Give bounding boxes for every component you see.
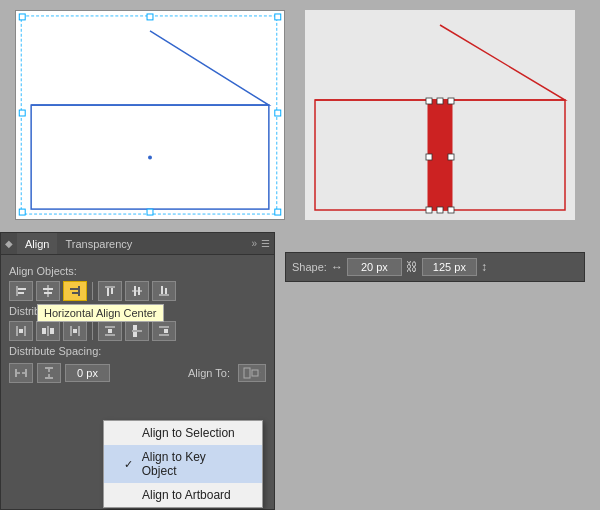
svg-rect-21 xyxy=(16,286,18,296)
dropdown-menu: Align to Selection ✓ Align to Key Object… xyxy=(103,420,263,508)
align-to-label: Align To: xyxy=(188,367,230,379)
svg-rect-5 xyxy=(19,110,25,116)
svg-rect-8 xyxy=(147,209,153,215)
dist-top-btn[interactable] xyxy=(98,321,122,341)
svg-rect-34 xyxy=(134,286,136,296)
svg-rect-20 xyxy=(448,207,454,213)
align-objects-row1: Horizontal Align Center xyxy=(9,281,266,301)
canvas-right xyxy=(305,10,575,220)
svg-rect-55 xyxy=(159,334,169,336)
svg-rect-24 xyxy=(47,285,49,297)
svg-rect-4 xyxy=(275,14,281,20)
svg-rect-38 xyxy=(165,288,167,294)
shape-label: Shape: xyxy=(292,261,327,273)
tab-align[interactable]: Align xyxy=(17,233,57,254)
svg-rect-39 xyxy=(16,326,18,336)
svg-rect-45 xyxy=(70,326,72,336)
shape-width-input[interactable] xyxy=(347,258,402,276)
svg-rect-31 xyxy=(107,288,109,296)
width-icon: ↔ xyxy=(331,260,343,274)
svg-rect-2 xyxy=(19,14,25,20)
svg-rect-3 xyxy=(147,14,153,20)
svg-rect-25 xyxy=(43,288,53,290)
align-bottom-btn[interactable] xyxy=(152,281,176,301)
align-to-btn[interactable]: ▼ xyxy=(238,364,266,382)
svg-rect-30 xyxy=(105,286,115,288)
align-right-btn[interactable] xyxy=(63,281,87,301)
svg-rect-62 xyxy=(45,377,53,379)
panel-body: Align Objects: Horizontal Align Center xyxy=(1,255,274,389)
svg-rect-48 xyxy=(105,326,115,328)
constrain-icon[interactable]: ↕ xyxy=(481,260,487,274)
distribute-objects-row xyxy=(9,321,266,341)
svg-rect-58 xyxy=(25,369,27,377)
svg-rect-47 xyxy=(73,329,77,333)
svg-rect-46 xyxy=(78,326,80,336)
dropdown-item-selection[interactable]: Align to Selection xyxy=(104,421,262,445)
panel-tab-icon: ◆ xyxy=(5,238,13,249)
svg-rect-54 xyxy=(159,326,169,328)
spacing-input[interactable] xyxy=(65,364,110,382)
link-icon[interactable]: ⛓ xyxy=(406,260,418,274)
dist-center-v-btn[interactable] xyxy=(125,321,149,341)
dropdown-item-artboard[interactable]: Align to Artboard xyxy=(104,483,262,507)
align-left-btn[interactable] xyxy=(9,281,33,301)
svg-point-10 xyxy=(148,156,152,160)
svg-rect-50 xyxy=(108,329,112,333)
align-top-btn[interactable] xyxy=(98,281,122,301)
expand-icon[interactable]: » xyxy=(251,238,257,249)
svg-rect-0 xyxy=(21,16,277,214)
svg-rect-53 xyxy=(133,332,137,337)
distribute-spacing-row: Align To: ▼ xyxy=(9,363,266,383)
svg-rect-32 xyxy=(111,288,113,294)
svg-rect-57 xyxy=(15,369,17,377)
svg-rect-28 xyxy=(70,288,78,290)
svg-rect-19 xyxy=(437,207,443,213)
align-center-v-btn[interactable] xyxy=(125,281,149,301)
dist-space-v-btn[interactable] xyxy=(37,363,61,383)
panel-tabs: ◆ Align Transparency » ☰ xyxy=(1,233,274,255)
divider1 xyxy=(92,282,93,300)
svg-rect-56 xyxy=(164,329,168,333)
dist-right-btn[interactable] xyxy=(63,321,87,341)
dist-bottom-btn[interactable] xyxy=(152,321,176,341)
svg-rect-61 xyxy=(45,367,53,369)
dist-center-h-btn[interactable] xyxy=(36,321,60,341)
svg-rect-40 xyxy=(24,326,26,336)
panel-tab-controls: » ☰ xyxy=(251,238,270,249)
svg-rect-14 xyxy=(437,98,443,104)
svg-rect-26 xyxy=(44,292,52,294)
svg-rect-42 xyxy=(47,326,49,336)
align-center-h-btn[interactable]: Horizontal Align Center xyxy=(36,281,60,301)
svg-rect-44 xyxy=(50,328,54,334)
dist-left-btn[interactable] xyxy=(9,321,33,341)
menu-icon[interactable]: ☰ xyxy=(261,238,270,249)
distribute-spacing-label: Distribute Spacing: xyxy=(9,345,266,357)
svg-rect-29 xyxy=(72,292,78,294)
svg-rect-13 xyxy=(426,98,432,104)
svg-rect-7 xyxy=(19,209,25,215)
svg-rect-36 xyxy=(159,294,169,296)
svg-rect-22 xyxy=(18,288,26,290)
svg-rect-6 xyxy=(275,110,281,116)
svg-rect-9 xyxy=(275,209,281,215)
shape-height-input[interactable] xyxy=(422,258,477,276)
svg-rect-51 xyxy=(132,330,142,332)
dropdown-item-key-object[interactable]: ✓ Align to Key Object xyxy=(104,445,262,483)
svg-rect-52 xyxy=(133,325,137,330)
svg-rect-35 xyxy=(138,287,140,295)
svg-rect-16 xyxy=(426,154,432,160)
distribute-objects-label: Distribute Objects: xyxy=(9,305,266,317)
svg-rect-17 xyxy=(448,154,454,160)
tab-transparency[interactable]: Transparency xyxy=(57,233,140,254)
svg-rect-27 xyxy=(78,286,80,296)
svg-rect-43 xyxy=(42,328,46,334)
svg-rect-18 xyxy=(426,207,432,213)
dist-space-h-btn[interactable] xyxy=(9,363,33,383)
divider2 xyxy=(92,322,93,340)
svg-rect-33 xyxy=(132,290,142,292)
shape-panel: Shape: ↔ ⛓ ↕ xyxy=(285,252,585,282)
canvas-area xyxy=(0,0,600,230)
canvas-left xyxy=(15,10,285,220)
svg-text:▼: ▼ xyxy=(259,370,261,379)
